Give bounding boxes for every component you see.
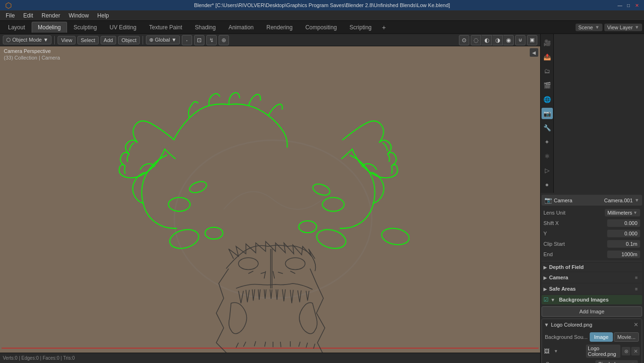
lens-unit-label: Lens Unit (543, 210, 576, 216)
dof-label: Depth of Field (549, 264, 584, 270)
clip-end-row: End 1000m (542, 249, 642, 259)
menu-edit[interactable]: Edit (19, 11, 37, 20)
safe-areas-list-icon[interactable]: ≡ (633, 285, 640, 293)
view-menu[interactable]: View (58, 36, 76, 44)
clip-start-value[interactable]: 0.1m (607, 240, 640, 248)
bg-images-header-left: ☑ ▼ Background Images (543, 296, 609, 303)
camera-list-icon[interactable]: ≡ (633, 274, 640, 281)
camera-dropdown-icon[interactable]: ▼ (635, 198, 639, 203)
menu-file[interactable]: File (2, 11, 18, 20)
source-type-row: Source Single Image ▼ (544, 359, 640, 363)
solid-button[interactable]: ◐ (482, 35, 492, 45)
object-data-props-icon[interactable]: ▷ (542, 164, 553, 176)
modifier-props-icon[interactable]: 🔧 (542, 122, 553, 133)
select-menu[interactable]: Select (77, 36, 99, 44)
gizmo-button[interactable]: ⊙ (459, 35, 469, 45)
tab-texture-paint[interactable]: Texture Paint (143, 22, 188, 33)
camera-icon: 📷 (544, 197, 552, 204)
object-menu[interactable]: Object (118, 36, 140, 44)
source-movie-button[interactable]: Movie... (614, 332, 639, 342)
add-workspace-button[interactable]: + (378, 22, 390, 33)
viewport-status: Verts:0 | Edges:0 | Faces:0 | Tris:0 (3, 355, 75, 361)
clip-start-label: Clip Start (543, 241, 576, 247)
maximize-button[interactable]: □ (625, 2, 632, 9)
output-props-icon[interactable]: 📤 (542, 51, 553, 62)
pivot-button[interactable]: · (182, 35, 192, 45)
camera-header: 📷 Camera Camera.001 ▼ (542, 195, 642, 206)
tab-animation[interactable]: Animation (222, 22, 260, 33)
bg-images-arrow-icon: ▼ (551, 297, 555, 302)
viewport-bottom-bar: Verts:0 | Edges:0 | Faces:0 | Tris:0 (0, 353, 540, 363)
titlebar-title: Blender* [C:\Users\RIVOLVER\Desktop\Grap… (194, 2, 450, 8)
safe-areas-section[interactable]: ▶ Safe Areas ≡ (542, 284, 642, 294)
camera-section-icons: ≡ (633, 274, 640, 281)
lens-unit-selector[interactable]: Millimeters ▼ (605, 209, 640, 216)
tab-rendering[interactable]: Rendering (260, 22, 298, 33)
gizmo-controls: ⊙ (459, 35, 469, 45)
viewport-collection-label: (33) Collection | Camera (4, 55, 60, 60)
mode-label[interactable]: ⬡ Object Mode ▼ (3, 35, 51, 44)
bg-images-check-icon[interactable]: ☑ (543, 296, 549, 303)
object-props-icon[interactable]: 📷 (542, 108, 553, 119)
close-button[interactable]: ✕ (634, 2, 640, 9)
camera-section[interactable]: ▶ Camera ≡ (542, 272, 642, 283)
transform-selector[interactable]: ⊕ Global ▼ (146, 35, 180, 44)
wireframe-button[interactable]: ◌ (471, 35, 481, 45)
clip-start-row: Clip Start 0.1m (542, 239, 642, 249)
physics-props-icon[interactable]: ⚛ (542, 150, 553, 162)
scene-props-icon[interactable]: 🎬 (542, 79, 553, 91)
viewport[interactable]: Camera Perspective (33) Collection | Cam… (0, 46, 540, 353)
bg-source-label: Background Sou... (545, 334, 588, 340)
viewport-canvas: Low Kee (0, 46, 540, 353)
render-props-icon[interactable]: 🎥 (542, 37, 553, 48)
depth-of-field-section[interactable]: ▶ Depth of Field (542, 263, 642, 271)
xray-button[interactable]: ▣ (527, 35, 537, 45)
menu-render[interactable]: Render (38, 11, 64, 20)
view-layer-props-icon[interactable]: 🗂 (542, 65, 553, 77)
transform-orientations-button[interactable]: ⊕ (219, 35, 229, 45)
tab-layout[interactable]: Layout (2, 22, 31, 33)
img-close-button[interactable]: ✕ (631, 347, 640, 355)
overlay-button[interactable]: ⊎ (515, 35, 525, 45)
view-layer-selector[interactable]: View Layer ▼ (604, 24, 642, 31)
background-images-section[interactable]: ☑ ▼ Background Images (542, 295, 642, 304)
tab-modeling[interactable]: Modeling (32, 22, 67, 33)
add-image-button[interactable]: Add Image (542, 306, 642, 317)
material-props-icon[interactable]: ● (542, 179, 553, 190)
camera-section-label: Camera (549, 275, 568, 280)
rendered-button[interactable]: ◉ (503, 35, 514, 45)
particles-props-icon[interactable]: ✦ (542, 136, 553, 147)
tab-compositing[interactable]: Compositing (299, 22, 343, 33)
mode-selector[interactable]: ⬡ Object Mode ▼ (3, 35, 51, 44)
source-image-button[interactable]: Image (590, 332, 613, 342)
snap-button[interactable]: ⊡ (194, 35, 204, 45)
menu-window[interactable]: Window (65, 11, 93, 20)
svg-rect-2 (1, 348, 538, 349)
menu-help[interactable]: Help (93, 11, 113, 20)
clip-end-value[interactable]: 1000m (607, 251, 640, 258)
tab-shading[interactable]: Shading (189, 22, 222, 33)
img-selector[interactable]: ▼ (554, 349, 585, 354)
tab-scripting[interactable]: Scripting (343, 22, 378, 33)
bg-image-close-button[interactable]: ✕ (632, 321, 640, 328)
bg-image-visibility-icon[interactable]: ▼ (544, 322, 549, 328)
source-type-value: Single Image (598, 361, 628, 363)
shift-y-value[interactable]: 0.000 (607, 230, 640, 237)
safe-areas-label: Safe Areas (549, 286, 576, 292)
world-props-icon[interactable]: 🌐 (542, 94, 553, 105)
source-type-selector[interactable]: Single Image ▼ (595, 360, 638, 363)
tab-sculpting[interactable]: Sculpting (68, 22, 103, 33)
minimize-button[interactable]: — (617, 2, 623, 9)
tab-uv-editing[interactable]: UV Editing (103, 22, 143, 33)
material-button[interactable]: ◑ (492, 35, 503, 45)
scene-selector[interactable]: Scene ▼ (576, 24, 602, 31)
proportional-button[interactable]: ↯ (206, 35, 217, 45)
blender-logo-icon: ⬡ (4, 0, 13, 10)
shift-x-value[interactable]: 0.000 (607, 219, 640, 227)
bg-image-entry: ▼ Logo Colored.png ✕ Background Sou... I… (542, 319, 642, 363)
img-unlink-button[interactable]: ⊗ (622, 347, 630, 355)
viewport-toggle-button[interactable]: ◀ (530, 48, 538, 57)
add-menu[interactable]: Add (101, 36, 117, 44)
bg-source-row: Background Sou... Image Movie... (544, 330, 640, 344)
clip-end-label: End (543, 251, 576, 257)
